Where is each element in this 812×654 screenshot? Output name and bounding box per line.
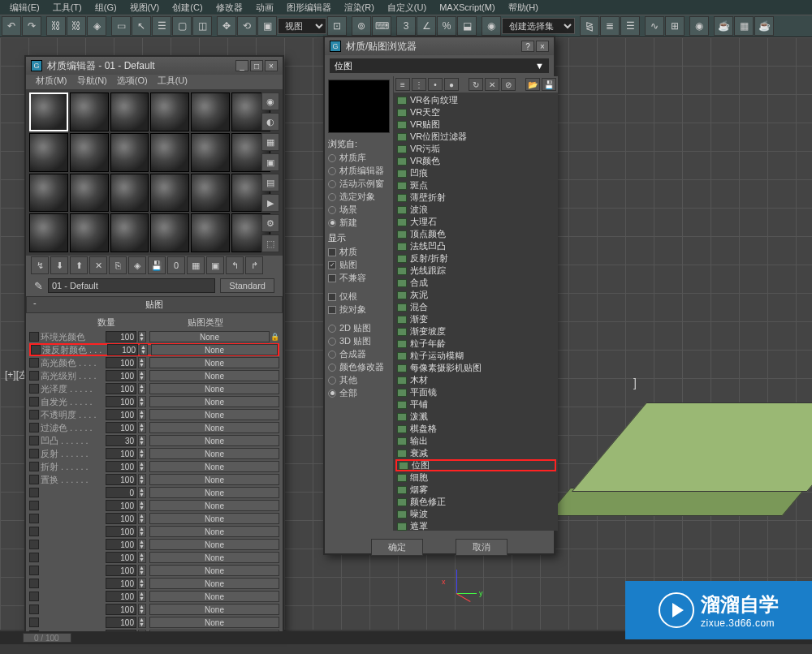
- map-list-item[interactable]: 棋盘格: [395, 423, 556, 435]
- map-none-button[interactable]: None: [149, 357, 279, 368]
- sample-slot[interactable]: [70, 213, 109, 252]
- view-large-icon[interactable]: ●: [444, 78, 459, 91]
- menu-help[interactable]: 帮助(H): [502, 2, 545, 14]
- map-list-item[interactable]: 粒子运动模糊: [395, 350, 556, 362]
- video-check-icon[interactable]: ▤: [261, 174, 279, 191]
- move-icon[interactable]: ✥: [217, 16, 236, 36]
- sample-slot[interactable]: [191, 213, 230, 252]
- maps-rollout-header[interactable]: - 贴图: [26, 296, 283, 313]
- map-list-item[interactable]: 木材: [395, 374, 556, 386]
- open-icon[interactable]: 📂: [525, 78, 540, 91]
- map-list-item[interactable]: 平铺: [395, 398, 556, 411]
- map-list-item[interactable]: 渐变坡度: [395, 325, 556, 338]
- map-checkbox[interactable]: [29, 397, 39, 407]
- view-list2-icon[interactable]: ⋮: [412, 78, 426, 91]
- map-list-item[interactable]: VR天空: [395, 106, 556, 118]
- sample-slot[interactable]: [150, 133, 189, 172]
- help-button[interactable]: ?: [521, 41, 534, 52]
- select-by-mat-icon[interactable]: ⬚: [261, 234, 279, 252]
- get-material-icon[interactable]: ↯: [31, 256, 49, 274]
- undo-icon[interactable]: ↶: [2, 16, 21, 36]
- schematic-icon[interactable]: ⊞: [665, 16, 685, 36]
- map-checkbox[interactable]: [29, 475, 39, 484]
- sample-uv-icon[interactable]: ▣: [261, 153, 279, 171]
- map-amount-input[interactable]: [106, 500, 136, 511]
- menu-group[interactable]: 组(G): [89, 2, 123, 14]
- map-checkbox[interactable]: [29, 358, 39, 368]
- go-sibling-icon[interactable]: ↱: [245, 256, 263, 274]
- map-none-button[interactable]: None: [149, 396, 279, 407]
- view-list-icon[interactable]: ≡: [395, 78, 410, 91]
- assign-icon[interactable]: ⬆: [70, 256, 88, 274]
- select-rect-icon[interactable]: ▢: [172, 16, 192, 36]
- map-none-button[interactable]: None: [149, 591, 279, 602]
- map-list-item[interactable]: VR污垢: [395, 143, 556, 155]
- go-parent-icon[interactable]: ↰: [226, 256, 244, 274]
- map-amount-input[interactable]: [106, 526, 136, 537]
- map-checkbox[interactable]: [29, 501, 39, 510]
- browse-from-option[interactable]: 活动示例窗: [328, 178, 390, 190]
- map-checkbox[interactable]: [29, 514, 39, 523]
- map-list-item[interactable]: 顶点颜色: [395, 228, 556, 240]
- map-checkbox[interactable]: [29, 449, 39, 458]
- map-list-item[interactable]: 烟雾: [395, 484, 556, 496]
- spinner-buttons[interactable]: ▲▼: [138, 617, 146, 628]
- select-name-icon[interactable]: ☰: [152, 16, 171, 36]
- map-amount-input[interactable]: [106, 565, 136, 576]
- map-amount-input[interactable]: [106, 604, 136, 615]
- spinner-buttons[interactable]: ▲▼: [140, 344, 148, 355]
- spinner-buttons[interactable]: ▲▼: [138, 435, 146, 446]
- map-amount-input[interactable]: [106, 513, 136, 524]
- map-list-item[interactable]: 波浪: [395, 204, 556, 216]
- map-none-button[interactable]: None: [149, 500, 279, 511]
- sample-slot[interactable]: [29, 213, 68, 252]
- map-checkbox[interactable]: [29, 553, 39, 562]
- select-icon[interactable]: ▭: [111, 16, 131, 36]
- rotate-icon[interactable]: ⟲: [237, 16, 257, 36]
- sample-slot[interactable]: [110, 174, 149, 213]
- pick-icon[interactable]: ✎: [34, 280, 43, 292]
- map-amount-input[interactable]: [106, 591, 136, 602]
- map-amount-input[interactable]: [106, 396, 136, 407]
- map-amount-input[interactable]: [106, 422, 136, 433]
- map-checkbox[interactable]: [29, 410, 39, 420]
- me-menu-nav[interactable]: 导航(N): [72, 75, 112, 89]
- map-amount-input[interactable]: [106, 487, 136, 498]
- spinner-snap-icon[interactable]: ⬓: [457, 16, 477, 36]
- map-list-item[interactable]: 颜色修正: [395, 496, 556, 508]
- map-checkbox[interactable]: [29, 566, 39, 575]
- filter-checkbox[interactable]: 仅根: [328, 290, 390, 303]
- map-checkbox[interactable]: [29, 436, 39, 445]
- link-icon[interactable]: ⛓: [46, 16, 66, 36]
- filter-checkbox[interactable]: 材质: [328, 246, 390, 258]
- browse-from-option[interactable]: 新建: [328, 217, 390, 229]
- map-checkbox[interactable]: [29, 462, 39, 471]
- keyboard-icon[interactable]: ⌨: [372, 16, 391, 36]
- map-none-button[interactable]: None: [149, 409, 279, 420]
- map-none-button[interactable]: None: [149, 448, 279, 459]
- map-checkbox[interactable]: [31, 345, 41, 355]
- manip-icon[interactable]: ⊚: [352, 16, 371, 36]
- spinner-buttons[interactable]: ▲▼: [138, 591, 146, 602]
- scale-icon[interactable]: ▣: [257, 16, 277, 36]
- map-none-button[interactable]: None: [149, 487, 279, 498]
- select-arrow-icon[interactable]: ↖: [132, 16, 151, 36]
- map-list-item[interactable]: 渐变: [395, 313, 556, 325]
- ok-button[interactable]: 确定: [371, 539, 423, 556]
- spinner-buttons[interactable]: ▲▼: [138, 552, 146, 563]
- snap-icon[interactable]: 3: [396, 16, 416, 36]
- map-list-item[interactable]: 薄壁折射: [395, 191, 556, 204]
- close-button[interactable]: ×: [536, 41, 549, 52]
- browse-from-option[interactable]: 材质库: [328, 152, 390, 164]
- mirror-icon[interactable]: ⧎: [580, 16, 599, 36]
- map-list-item[interactable]: 合成: [395, 277, 556, 289]
- map-list-item[interactable]: 泼溅: [395, 411, 556, 423]
- map-list-item[interactable]: 大理石: [395, 216, 556, 228]
- sample-slot[interactable]: [70, 174, 109, 213]
- category-option[interactable]: 2D 贴图: [328, 322, 390, 334]
- menu-create[interactable]: 创建(C): [166, 2, 209, 14]
- map-list-item[interactable]: 混合: [395, 301, 556, 313]
- preview-icon[interactable]: ▶: [261, 194, 279, 212]
- sample-slot[interactable]: [70, 93, 109, 131]
- sample-slot[interactable]: [150, 174, 189, 213]
